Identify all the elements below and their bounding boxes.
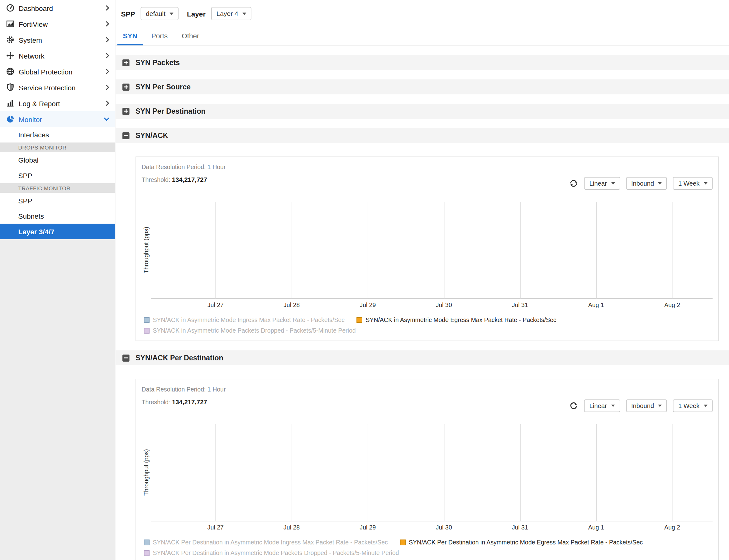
- legend-swatch-dropped: [144, 328, 150, 333]
- section-header-synack[interactable]: SYN/ACK: [116, 128, 729, 143]
- sidebar-item-fortiview[interactable]: FortiView: [0, 16, 115, 32]
- sidebar-item-network[interactable]: Network: [0, 48, 115, 64]
- section-header-syn-per-destination[interactable]: SYN Per Destination: [116, 104, 729, 119]
- section-title: SYN Per Source: [136, 83, 191, 91]
- sidebar-item-service-protection[interactable]: Service Protection: [0, 79, 115, 95]
- plus-toggle-icon[interactable]: [122, 83, 130, 91]
- gridline: [292, 424, 292, 521]
- plot-area: [151, 424, 713, 521]
- threshold-value: 134,217,727: [172, 176, 207, 183]
- spp-select[interactable]: default: [141, 7, 179, 20]
- chevron-right-icon: [104, 69, 109, 74]
- resolution-period-text: Data Resolution Period: 1 Hour: [142, 386, 713, 393]
- legend-swatch-dropped: [144, 550, 150, 556]
- direction-select[interactable]: Inbound: [626, 177, 667, 190]
- period-select-value: 1 Week: [678, 180, 699, 187]
- tab-syn[interactable]: SYN: [117, 27, 143, 45]
- sidebar-item-system[interactable]: System: [0, 32, 115, 48]
- layer-select-value: Layer 4: [217, 10, 238, 17]
- dashboard-icon: [6, 4, 15, 12]
- sidebar-item-interfaces[interactable]: Interfaces: [0, 127, 115, 143]
- x-tick: Aug 2: [664, 524, 680, 531]
- refresh-icon[interactable]: [569, 401, 578, 411]
- x-axis-ticks: Jul 27 Jul 28 Jul 29 Jul 30 Jul 31 Aug 1…: [151, 301, 713, 310]
- plot-wrap: Jul 27 Jul 28 Jul 29 Jul 30 Jul 31 Aug 1…: [151, 424, 713, 532]
- y-axis-label: Throughput (pps): [142, 424, 151, 532]
- legend-label: SYN/ACK in Asymmetric Mode Packets Dropp…: [153, 327, 356, 334]
- plus-toggle-icon[interactable]: [122, 108, 130, 115]
- sidebar-item-label: Network: [19, 52, 105, 60]
- refresh-icon[interactable]: [569, 179, 578, 188]
- legend-row: SYN/ACK Per Destination in Asymmetric Mo…: [144, 539, 713, 546]
- globe-icon: [6, 67, 15, 76]
- sidebar-section-traffic-monitor: TRAFFIC MONITOR: [0, 183, 115, 193]
- legend-item-dropped[interactable]: SYN/ACK Per Destination in Asymmetric Mo…: [144, 549, 399, 557]
- chart-legend: SYN/ACK in Asymmetric Mode Ingress Max P…: [142, 316, 713, 334]
- plus-toggle-icon[interactable]: [122, 59, 130, 66]
- legend-item-egress[interactable]: SYN/ACK Per Destination in Asymmetric Mo…: [400, 539, 643, 546]
- scale-select[interactable]: Linear: [584, 177, 620, 190]
- sidebar-nav: Dashboard FortiView System: [0, 0, 115, 239]
- period-select-value: 1 Week: [678, 402, 699, 410]
- section-header-synack-per-destination[interactable]: SYN/ACK Per Destination: [116, 350, 729, 365]
- period-select[interactable]: 1 Week: [673, 400, 713, 412]
- section-header-syn-packets[interactable]: SYN Packets: [116, 55, 729, 70]
- x-tick: Jul 27: [207, 524, 224, 531]
- x-tick: Jul 28: [283, 524, 300, 531]
- gridline: [672, 202, 673, 299]
- gridline: [520, 202, 521, 299]
- sidebar-item-global-protection[interactable]: Global Protection: [0, 64, 115, 79]
- x-tick: Jul 29: [360, 524, 376, 531]
- sidebar-item-drops-global[interactable]: Global: [0, 152, 115, 168]
- gridline: [672, 424, 673, 521]
- period-select[interactable]: 1 Week: [673, 177, 713, 190]
- section-title: SYN Per Destination: [136, 107, 206, 116]
- section-header-syn-per-source[interactable]: SYN Per Source: [116, 79, 729, 94]
- legend-row: SYN/ACK in Asymmetric Mode Packets Dropp…: [144, 327, 713, 334]
- gridline: [444, 424, 445, 521]
- minus-toggle-icon[interactable]: [122, 132, 130, 139]
- legend-row: SYN/ACK Per Destination in Asymmetric Mo…: [144, 549, 713, 557]
- legend-item-egress[interactable]: SYN/ACK in Asymmetric Mode Egress Max Pa…: [357, 316, 556, 324]
- direction-select[interactable]: Inbound: [626, 400, 667, 412]
- network-arrows-icon: [6, 51, 15, 60]
- spp-label: SPP: [121, 10, 135, 18]
- tab-ports[interactable]: Ports: [146, 27, 174, 45]
- x-tick: Aug 1: [588, 301, 604, 309]
- sidebar-item-monitor[interactable]: Monitor: [0, 111, 115, 127]
- sidebar-item-log-report[interactable]: Log & Report: [0, 95, 115, 111]
- fortiview-icon: [6, 20, 15, 28]
- sidebar-item-dashboard[interactable]: Dashboard: [0, 0, 115, 16]
- chart-legend: SYN/ACK Per Destination in Asymmetric Mo…: [142, 539, 713, 557]
- sidebar: Dashboard FortiView System: [0, 0, 116, 560]
- sidebar-item-label: FortiView: [19, 20, 105, 28]
- minus-toggle-icon[interactable]: [122, 354, 130, 362]
- sidebar-item-traffic-layer347[interactable]: Layer 3/4/7: [0, 224, 115, 240]
- threshold-label: Threshold:: [142, 176, 170, 183]
- legend-item-dropped[interactable]: SYN/ACK in Asymmetric Mode Packets Dropp…: [144, 327, 356, 334]
- sidebar-item-label: System: [19, 36, 105, 44]
- sidebar-item-traffic-subnets[interactable]: Subnets: [0, 208, 115, 224]
- sidebar-item-label: Log & Report: [19, 99, 105, 107]
- main-content: SPP default Layer Layer 4 SYN Ports Othe…: [116, 0, 729, 560]
- scale-select-value: Linear: [589, 180, 607, 187]
- gridline: [596, 202, 597, 299]
- plot-area: [151, 202, 713, 299]
- scale-select[interactable]: Linear: [584, 400, 620, 412]
- legend-swatch-ingress: [144, 317, 150, 323]
- x-tick: Jul 27: [207, 301, 224, 309]
- sidebar-item-drops-spp[interactable]: SPP: [0, 168, 115, 183]
- layer-select[interactable]: Layer 4: [211, 7, 251, 20]
- sidebar-item-traffic-spp[interactable]: SPP: [0, 193, 115, 209]
- spp-select-value: default: [146, 10, 165, 17]
- legend-item-ingress[interactable]: SYN/ACK in Asymmetric Mode Ingress Max P…: [144, 316, 345, 324]
- tab-other[interactable]: Other: [176, 27, 205, 45]
- caret-down-icon: [170, 12, 174, 15]
- gridline: [368, 424, 368, 521]
- threshold-label: Threshold:: [142, 399, 170, 406]
- legend-label: SYN/ACK in Asymmetric Mode Ingress Max P…: [153, 316, 345, 324]
- gridline: [520, 424, 521, 521]
- legend-label: SYN/ACK Per Destination in Asymmetric Mo…: [153, 539, 388, 546]
- gridline: [368, 202, 368, 299]
- legend-item-ingress[interactable]: SYN/ACK Per Destination in Asymmetric Mo…: [144, 539, 388, 546]
